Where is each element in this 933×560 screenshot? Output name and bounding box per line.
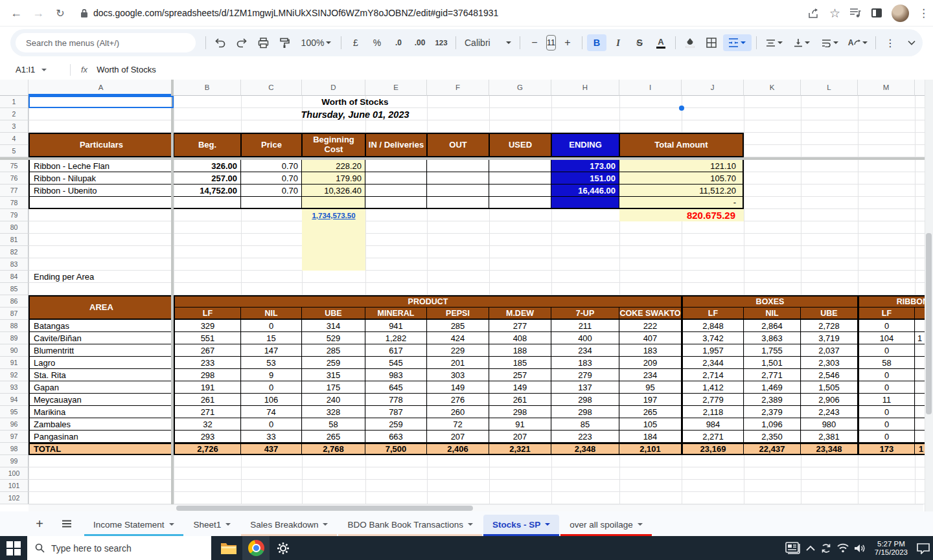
section-label[interactable]: Ending per Area: [30, 271, 172, 283]
cell-r93-c12[interactable]: 0: [858, 381, 915, 394]
cell-r91-c4[interactable]: 545: [365, 357, 427, 369]
add-sheet-button[interactable]: +: [31, 515, 48, 532]
cell-E78[interactable]: [365, 197, 427, 209]
row-header-101[interactable]: 101: [0, 480, 29, 492]
cell-r91-c10[interactable]: 1,501: [744, 357, 801, 369]
vertical-align-icon[interactable]: [789, 34, 815, 51]
cell-r88-c2[interactable]: 0: [241, 320, 302, 332]
cell-G75[interactable]: [489, 160, 551, 172]
row-header-90[interactable]: 90: [0, 344, 29, 357]
column-header-H[interactable]: H: [551, 80, 619, 96]
cell-D77[interactable]: 10,326.40: [302, 185, 365, 197]
spreadsheet-grid[interactable]: ABCDEFGHIJKLM123457576777879808182838485…: [0, 80, 933, 511]
cell-G76[interactable]: [489, 172, 551, 185]
cell-r94-c7[interactable]: 298: [551, 394, 619, 406]
sub-header-12-lf[interactable]: LF: [858, 308, 915, 320]
cell-r95-c1[interactable]: 271: [174, 406, 241, 418]
number-format-icon[interactable]: 123: [432, 34, 451, 51]
area-cell-Pangasinan[interactable]: Pangasinan: [29, 431, 174, 443]
cell-r95-c5[interactable]: 260: [427, 406, 489, 418]
cell-r90-c5[interactable]: 229: [427, 344, 489, 357]
cell-r97-c5[interactable]: 207: [427, 431, 489, 443]
row-header-99[interactable]: 99: [0, 455, 29, 467]
cell-r97-c9[interactable]: 2,271: [682, 431, 744, 443]
cell-r91-c6[interactable]: 185: [489, 357, 551, 369]
row-header-1[interactable]: 1: [0, 96, 29, 108]
cell-r88-c1[interactable]: 329: [174, 320, 241, 332]
row-header-98[interactable]: 98: [0, 443, 29, 455]
row-header-79[interactable]: 79: [0, 209, 29, 221]
cell-I76[interactable]: 105.70: [619, 172, 744, 185]
cell-D78[interactable]: [302, 197, 365, 209]
cell-H75[interactable]: 173.00: [551, 160, 619, 172]
sync-status-icon[interactable]: [820, 543, 832, 554]
total-cell-c1[interactable]: 2,726: [174, 443, 241, 455]
sheet-tab-income-statement[interactable]: Income Statement: [84, 515, 183, 534]
row-header-4[interactable]: 4: [0, 133, 29, 145]
stock-header-total-amount[interactable]: Total Amount: [619, 133, 744, 157]
cell-r92-c12[interactable]: 0: [858, 369, 915, 381]
column-header-G[interactable]: G: [489, 80, 551, 96]
cell-r96-c9[interactable]: 984: [682, 418, 744, 431]
h-scrollbar-thumb[interactable]: [176, 506, 473, 511]
cell-r92-c2[interactable]: 9: [241, 369, 302, 381]
row-header-86[interactable]: 86: [0, 295, 29, 308]
sub-header-5-pepsi[interactable]: PEPSI: [427, 308, 489, 320]
cell-r95-c9[interactable]: 2,118: [682, 406, 744, 418]
row-header-92[interactable]: 92: [0, 369, 29, 381]
cell-r94-c12[interactable]: 11: [858, 394, 915, 406]
cell-r97-c12[interactable]: 0: [858, 431, 915, 443]
cell-r97-c8[interactable]: 184: [619, 431, 682, 443]
cell-D79-sum[interactable]: 1,734,573.50: [302, 209, 365, 221]
cell-r93-c5[interactable]: 149: [427, 381, 489, 394]
profile-avatar[interactable]: [892, 5, 909, 22]
sub-header-1-lf[interactable]: LF: [174, 308, 241, 320]
cell-r93-c4[interactable]: 645: [365, 381, 427, 394]
cell-r91-c1[interactable]: 233: [174, 357, 241, 369]
cell-r91-c11[interactable]: 2,303: [801, 357, 858, 369]
cell-r94-c11[interactable]: 2,906: [801, 394, 858, 406]
cell-r95-c11[interactable]: 2,243: [801, 406, 858, 418]
cell-r96-c7[interactable]: 85: [551, 418, 619, 431]
total-cell-c12[interactable]: 173: [858, 443, 915, 455]
cell-r95-c3[interactable]: 328: [302, 406, 365, 418]
sheet-tab-menu-icon[interactable]: [169, 523, 174, 526]
cell-r93-c9[interactable]: 1,412: [682, 381, 744, 394]
decrease-decimal-icon[interactable]: .0: [389, 34, 408, 51]
cell-r97-c2[interactable]: 33: [241, 431, 302, 443]
cell-r88-c8[interactable]: 222: [619, 320, 682, 332]
font-select[interactable]: Calibri: [461, 34, 515, 51]
cell-r89-c12[interactable]: 104: [858, 332, 915, 344]
cell-r88-c4[interactable]: 941: [365, 320, 427, 332]
area-cell-Lagro[interactable]: Lagro: [29, 357, 174, 369]
cell-F78[interactable]: [427, 197, 489, 209]
row-header-89[interactable]: 89: [0, 332, 29, 344]
cell-r97-c6[interactable]: 207: [489, 431, 551, 443]
sub-header-8-coke-swakto[interactable]: COKE SWAKTO: [619, 308, 682, 320]
bookmark-star-icon[interactable]: ☆: [829, 6, 840, 21]
cell-r93-c6[interactable]: 149: [489, 381, 551, 394]
cell-r92-c10[interactable]: 2,771: [744, 369, 801, 381]
cell-r88-c12[interactable]: 0: [858, 320, 915, 332]
undo-icon[interactable]: [211, 34, 230, 51]
taskbar-search-input[interactable]: Type here to search: [27, 536, 211, 560]
cell-r91-c2[interactable]: 53: [241, 357, 302, 369]
media-playlist-icon[interactable]: [849, 8, 862, 18]
row-header-3[interactable]: 3: [0, 120, 29, 133]
sub-header-11-ube[interactable]: UBE: [801, 308, 858, 320]
cell-r88-c10[interactable]: 2,864: [744, 320, 801, 332]
sub-header-10-nil[interactable]: NIL: [744, 308, 801, 320]
action-center-icon[interactable]: [916, 543, 930, 554]
row-header-83[interactable]: 83: [0, 258, 29, 271]
start-button[interactable]: [0, 536, 27, 560]
cell-r90-c6[interactable]: 188: [489, 344, 551, 357]
cell-D75[interactable]: 228.20: [302, 160, 365, 172]
cell-F77[interactable]: [427, 185, 489, 197]
cell-r88-c6[interactable]: 277: [489, 320, 551, 332]
browser-menu-icon[interactable]: ⋮: [918, 6, 929, 20]
cell-r90-c12[interactable]: 0: [858, 344, 915, 357]
sub-header-7-7-up[interactable]: 7-UP: [551, 308, 619, 320]
cell-r93-c1[interactable]: 191: [174, 381, 241, 394]
cell-r94-c2[interactable]: 106: [241, 394, 302, 406]
merge-cells-icon[interactable]: [723, 34, 752, 51]
